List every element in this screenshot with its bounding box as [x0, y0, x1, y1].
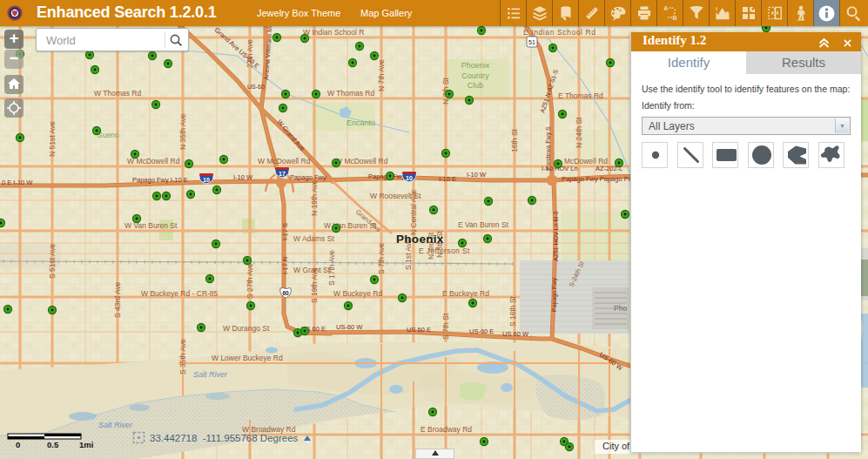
svg-text:I-10 W: I-10 W [233, 173, 253, 181]
svg-text:US-60 E: US-60 E [469, 327, 494, 335]
svg-text:Pho: Pho [614, 304, 627, 313]
svg-text:0 E I-10 W: 0 E I-10 W [2, 179, 33, 186]
svg-text:S 16th St: S 16th St [508, 295, 517, 327]
svg-text:I-10 E: I-10 E [439, 175, 456, 183]
svg-text:S 17th Ave: S 17th Ave [327, 250, 336, 286]
svg-text:B: B [672, 15, 676, 21]
svg-text:Phoenix: Phoenix [461, 61, 490, 70]
svg-text:Phoenix: Phoenix [396, 233, 444, 246]
svg-text:I-17 S: I-17 S [281, 223, 289, 240]
svg-text:Papago Fwy: Papago Fwy [551, 278, 558, 312]
svg-text:S 27th Ave: S 27th Ave [246, 263, 254, 299]
svg-text:S 35th Ave: S 35th Ave [178, 339, 187, 375]
svg-text:I-10 W: I-10 W [467, 171, 487, 179]
svg-text:S 7th St: S 7th St [441, 313, 450, 340]
svg-text:Papago Fwy Papago Fwy: Papago Fwy Papago Fwy [562, 175, 636, 183]
svg-text:Piestewa Fwy S: Piestewa Fwy S [545, 126, 552, 170]
svg-text:W McDowell Rd: W McDowell Rd [258, 157, 311, 165]
svg-text:16th St: 16th St [510, 128, 519, 152]
svg-text:N 35th Ave: N 35th Ave [178, 113, 187, 150]
svg-text:N 51st Ave: N 51st Ave [48, 121, 57, 157]
svg-text:17: 17 [279, 171, 286, 177]
svg-text:E Broadway Rd: E Broadway Rd [421, 425, 472, 434]
svg-text:W Buckeye Rd - CR-85: W Buckeye Rd - CR-85 [141, 289, 219, 298]
svg-text:E Indian School Rd: E Indian School Rd [523, 28, 596, 37]
svg-text:W Lower Buckeye Rd: W Lower Buckeye Rd [212, 354, 283, 362]
svg-text:Club: Club [468, 81, 484, 90]
svg-text:US-60: US-60 [247, 84, 265, 90]
svg-text:W McDowell Rd: W McDowell Rd [335, 157, 388, 165]
svg-text:E Buckeye Rd: E Buckeye Rd [442, 289, 489, 298]
svg-text:S 19th Ave: S 19th Ave [310, 267, 319, 303]
svg-text:Salt River: Salt River [193, 370, 228, 379]
svg-text:US 60 W: US 60 W [502, 330, 529, 338]
svg-text:N Central Ave: N Central Ave [409, 189, 418, 235]
svg-text:W Indian School R: W Indian School R [303, 28, 364, 37]
svg-text:E Thomas Rd: E Thomas Rd [558, 91, 603, 100]
svg-text:US-60 W: US-60 W [336, 323, 363, 331]
svg-text:W Thomas Rd: W Thomas Rd [94, 89, 141, 98]
svg-text:10: 10 [203, 177, 210, 183]
svg-text:Papago Fwy: Papago Fwy [290, 173, 326, 181]
svg-text:N 7th Ave: N 7th Ave [377, 59, 386, 91]
svg-text:Country: Country [461, 71, 489, 80]
svg-text:W Durango St: W Durango St [223, 324, 270, 333]
svg-text:Papago Fwy I-10 E: Papago Fwy I-10 E [132, 176, 188, 184]
svg-text:I-17 N: I-17 N [281, 257, 289, 274]
svg-text:W Van Buren St: W Van Buren St [124, 221, 178, 230]
svg-text:Encanto: Encanto [347, 118, 375, 127]
svg-text:E Van Buren St: E Van Buren St [458, 220, 509, 229]
svg-text:AZ51 HOV Ln M-0: AZ51 HOV Ln M-0 [553, 211, 559, 261]
svg-text:51: 51 [528, 39, 535, 45]
svg-text:Salt River: Salt River [98, 421, 133, 429]
svg-text:W Buckeye Rd: W Buckeye Rd [333, 289, 382, 298]
svg-text:W Adams St: W Adams St [293, 234, 334, 243]
svg-text:S 43rd Ave: S 43rd Ave [113, 281, 122, 318]
svg-text:S 7th Ave: S 7th Ave [377, 242, 386, 274]
svg-text:27th Ave: 27th Ave [246, 39, 254, 68]
svg-text:US 60 E: US 60 E [407, 326, 431, 334]
svg-text:W Thomas Rd: W Thomas Rd [327, 89, 374, 98]
svg-text:S 51st Ave: S 51st Ave [48, 243, 57, 279]
svg-text:10: 10 [406, 175, 413, 181]
svg-text:N 19th Ave: N 19th Ave [310, 179, 319, 216]
svg-text:N 24th St: N 24th St [575, 117, 583, 148]
svg-text:A: A [663, 5, 668, 11]
svg-text:60: 60 [282, 290, 289, 296]
